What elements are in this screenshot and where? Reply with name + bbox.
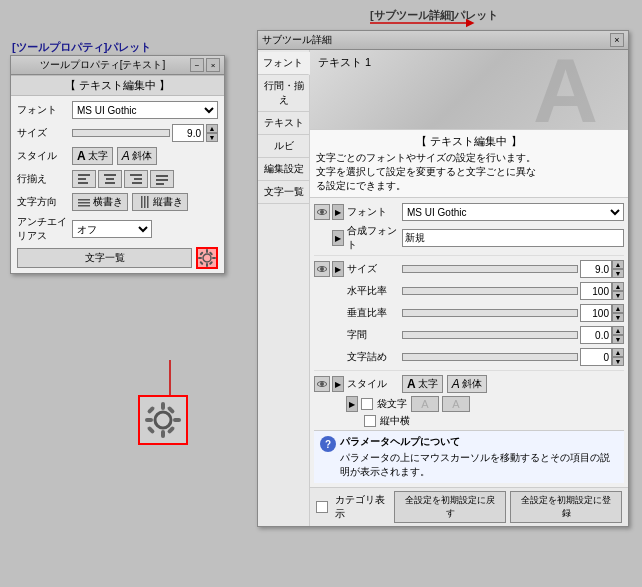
outline-btn-a2[interactable]: A (442, 396, 470, 412)
register-button[interactable]: 全設定を初期設定に登録 (510, 491, 622, 523)
charspace-spin-down[interactable]: ▼ (612, 335, 624, 344)
minimize-button[interactable]: − (190, 58, 204, 72)
nav-tab-edit-settings[interactable]: 編集設定 (258, 158, 309, 181)
subtool-help: ? パラメータヘルプについて パラメータの上にマウスカーソルを移動するとその項目… (314, 430, 624, 483)
charspace-spin-up[interactable]: ▲ (612, 326, 624, 335)
hscale-spin-down[interactable]: ▼ (612, 291, 624, 300)
svg-rect-2 (78, 178, 86, 180)
style-arrow-button[interactable]: ▶ (332, 376, 344, 392)
svg-rect-22 (198, 257, 202, 259)
nav-tab-linebreak[interactable]: 行間・揃え (258, 75, 309, 112)
size-prop-input[interactable] (580, 260, 612, 278)
subtool-palette: サブツール詳細 × フォント 行間・揃え テキスト ルビ 編集設定 文字一覧 テ… (257, 30, 629, 527)
close-button[interactable]: × (206, 58, 220, 72)
size-slider[interactable] (72, 129, 170, 137)
font-prop-value: MS UI Gothic (402, 203, 624, 221)
charfit-spin-up[interactable]: ▲ (612, 348, 624, 357)
italic-icon: A (122, 149, 130, 163)
svg-rect-16 (141, 196, 143, 208)
antialias-select[interactable]: オフ (72, 220, 152, 238)
align-right-button[interactable] (124, 170, 148, 188)
direction-buttons: 横書き 縦書き (72, 193, 218, 211)
subtool-body: フォント 行間・揃え テキスト ルビ 編集設定 文字一覧 テキスト 1 A 【 … (258, 50, 628, 526)
size-slider-container (72, 129, 170, 137)
vertical-checkbox[interactable] (364, 415, 376, 427)
horizontal-button[interactable]: 横書き (72, 193, 128, 211)
subtool-preview-text: テキスト 1 (318, 55, 371, 70)
settings-gear-highlighted[interactable] (196, 247, 218, 269)
category-check: カテゴリ表示 (316, 493, 394, 521)
charfit-slider[interactable] (402, 353, 578, 361)
size-spin-down[interactable]: ▼ (206, 133, 218, 142)
hscale-slider[interactable] (402, 287, 578, 295)
align-label: 行揃え (17, 172, 72, 186)
font-prop-select[interactable]: MS UI Gothic (402, 203, 624, 221)
reset-all-button[interactable]: 全設定を初期設定に戻す (394, 491, 506, 523)
tool-props-palette: ツールプロパティ[テキスト] − × 【 テキスト編集中 】 フォント MS U… (10, 55, 225, 274)
charspace-input[interactable] (580, 326, 612, 344)
charfit-spin-down[interactable]: ▼ (612, 357, 624, 366)
style-italic-button[interactable]: A 斜体 (447, 375, 487, 393)
svg-rect-21 (206, 263, 208, 267)
size-spin-down[interactable]: ▼ (612, 269, 624, 278)
gear-large-icon (145, 402, 181, 438)
font-arrow-button[interactable]: ▶ (332, 204, 344, 220)
synth-font-arrow[interactable]: ▶ (332, 230, 344, 246)
vscale-input[interactable] (580, 304, 612, 322)
svg-rect-18 (147, 196, 149, 208)
divider-2 (314, 370, 624, 371)
bold-label: 太字 (88, 149, 108, 163)
font-select[interactable]: MS UI Gothic (72, 101, 218, 119)
size-spin-up[interactable]: ▲ (206, 124, 218, 133)
font-eye-button[interactable] (314, 204, 330, 220)
charfit-input[interactable] (580, 348, 612, 366)
size-spin-up[interactable]: ▲ (612, 260, 624, 269)
svg-rect-34 (147, 406, 155, 414)
svg-rect-26 (199, 261, 203, 265)
gear-enlarged (138, 395, 188, 445)
charfit-control: ▲ ▼ (402, 348, 624, 366)
hscale-spin-up[interactable]: ▲ (612, 282, 624, 291)
align-center-button[interactable] (98, 170, 122, 188)
size-eye-button[interactable] (314, 261, 330, 277)
align-justify-icon (156, 173, 168, 185)
subtool-close-button[interactable]: × (610, 33, 624, 47)
category-checkbox[interactable] (316, 501, 328, 513)
vscale-slider[interactable] (402, 309, 578, 317)
vscale-spin-down[interactable]: ▼ (612, 313, 624, 322)
align-justify-button[interactable] (150, 170, 174, 188)
nav-tab-ruby[interactable]: ルビ (258, 135, 309, 158)
svg-rect-3 (78, 182, 88, 184)
eye-icon (317, 209, 327, 215)
size-arrow-button[interactable]: ▶ (332, 261, 344, 277)
nav-tab-text[interactable]: テキスト (258, 112, 309, 135)
align-right-icon (130, 173, 142, 185)
svg-rect-17 (144, 196, 146, 208)
synth-font-input[interactable] (402, 229, 624, 247)
help-icon: ? (320, 436, 336, 452)
vertical-icon (137, 195, 151, 209)
vscale-label: 垂直比率 (347, 306, 402, 320)
outline-arrow[interactable]: ▶ (346, 396, 358, 412)
outline-checkbox[interactable] (361, 398, 373, 410)
align-left-button[interactable] (72, 170, 96, 188)
vscale-spin-up[interactable]: ▲ (612, 304, 624, 313)
nav-tab-font[interactable]: フォント (258, 52, 310, 75)
hscale-input[interactable] (580, 282, 612, 300)
style-eye-button[interactable] (314, 376, 330, 392)
style-bold-label: 太字 (418, 377, 438, 391)
size-input[interactable]: 9.0 (172, 124, 204, 142)
char-list-button[interactable]: 文字一覧 (17, 248, 192, 268)
charspace-slider[interactable] (402, 331, 578, 339)
outline-btn-a1[interactable]: A (411, 396, 439, 412)
bold-button[interactable]: A 太字 (72, 147, 113, 165)
italic-button[interactable]: A 斜体 (117, 147, 157, 165)
vertical-button[interactable]: 縦書き (132, 193, 188, 211)
style-prop-label: スタイル (347, 377, 402, 391)
svg-rect-5 (106, 178, 114, 180)
svg-rect-13 (78, 199, 90, 201)
nav-tab-char-list[interactable]: 文字一覧 (258, 181, 309, 204)
style-bold-button[interactable]: A 太字 (402, 375, 443, 393)
char-list-row: 文字一覧 (17, 247, 218, 269)
size-prop-slider[interactable] (402, 265, 578, 273)
